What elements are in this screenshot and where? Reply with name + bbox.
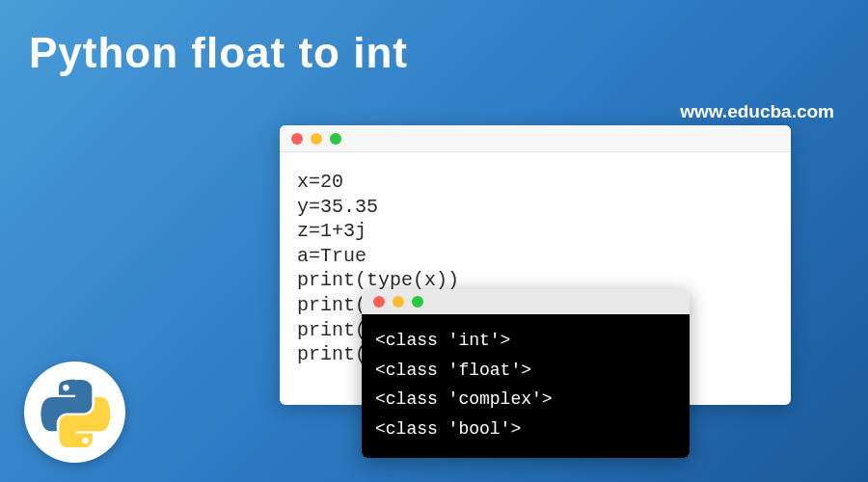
- terminal-line: <class 'float'>: [375, 356, 676, 386]
- code-line: a=True: [297, 244, 773, 269]
- terminal-line: <class 'bool'>: [375, 415, 676, 444]
- code-window-header: [280, 125, 791, 152]
- terminal-line: <class 'complex'>: [375, 385, 676, 415]
- code-line: y=35.35: [297, 195, 773, 220]
- maximize-icon: [330, 133, 341, 145]
- maximize-icon: [412, 296, 423, 308]
- terminal-window: <class 'int'> <class 'float'> <class 'co…: [362, 289, 690, 458]
- terminal-line: <class 'int'>: [375, 326, 676, 356]
- close-icon: [291, 133, 303, 145]
- code-line: z=1+3j: [297, 219, 773, 244]
- minimize-icon: [311, 133, 322, 145]
- website-url: www.educba.com: [680, 101, 834, 122]
- close-icon: [373, 296, 385, 308]
- code-line: x=20: [297, 170, 773, 195]
- minimize-icon: [393, 296, 404, 308]
- terminal-window-header: [362, 289, 690, 314]
- python-logo-icon: [24, 362, 125, 463]
- page-title: Python float to int: [29, 29, 408, 77]
- terminal-content: <class 'int'> <class 'float'> <class 'co…: [362, 314, 690, 458]
